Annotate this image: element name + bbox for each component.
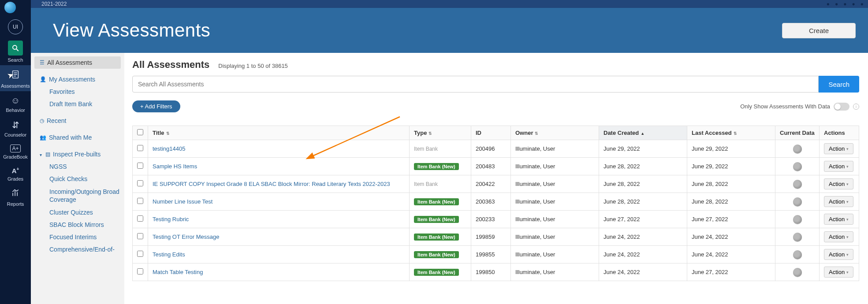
current-data-indicator[interactable] — [793, 268, 802, 277]
sidebar-inspect-child[interactable]: SBAC Block Mirrors — [34, 219, 121, 231]
cell-accessed: June 28, 2022 — [687, 193, 775, 211]
action-button[interactable]: Action▾ — [824, 214, 853, 225]
select-all-checkbox[interactable] — [137, 129, 143, 135]
sidebar-inspect-child[interactable]: Incoming/Outgoing Broad Coverage — [34, 185, 121, 206]
sidebar: ☰ All Assessments 👤 My Assessments Favor… — [31, 53, 124, 304]
nav-label: Counselor — [4, 132, 27, 137]
document-icon — [11, 70, 20, 82]
cell-owner: Illuminate, User — [511, 246, 599, 263]
sidebar-draft-item-bank[interactable]: Draft Item Bank — [34, 98, 121, 110]
action-button[interactable]: Action▾ — [824, 249, 853, 260]
assessment-link[interactable]: Testing Rubric — [153, 216, 189, 222]
sidebar-favorites[interactable]: Favorites — [34, 85, 121, 98]
assessment-link[interactable]: Match Table Testing — [153, 269, 203, 275]
grades-icon: A+ — [12, 167, 19, 174]
sidebar-my-assessments[interactable]: 👤 My Assessments — [34, 73, 121, 85]
current-data-indicator[interactable] — [793, 162, 802, 171]
col-last-accessed[interactable]: Last Accessed⇅ — [687, 126, 775, 140]
cell-owner: Illuminate, User — [511, 228, 599, 246]
page-title: View Assessments — [53, 20, 210, 41]
sidebar-inspect-child[interactable]: NGSS — [34, 160, 121, 173]
row-checkbox[interactable] — [137, 163, 143, 169]
bell-icon[interactable]: ● — [843, 1, 846, 7]
row-checkbox[interactable] — [137, 180, 143, 186]
sidebar-inspect-child[interactable]: Cluster Quizzes — [34, 206, 121, 219]
nav-label: Grades — [7, 176, 24, 182]
sidebar-inspect-prebuilts[interactable]: ▤ Inspect Pre-builts — [34, 148, 121, 160]
row-checkbox[interactable] — [137, 198, 143, 204]
sidebar-recent[interactable]: ◷ Recent — [34, 115, 121, 127]
action-button[interactable]: Action▾ — [824, 143, 853, 154]
sidebar-shared[interactable]: 👥 Shared with Me — [34, 131, 121, 144]
caret-down-icon: ▾ — [846, 147, 849, 151]
globe-icon[interactable]: ● — [827, 1, 830, 7]
cell-created: June 28, 2022 — [599, 158, 687, 175]
current-data-indicator[interactable] — [793, 233, 802, 241]
sidebar-inspect-child[interactable]: Quick Checks — [34, 173, 121, 185]
col-current-data[interactable]: Current Data — [775, 126, 820, 140]
sidebar-inspect-child[interactable]: Comprehensive/End-of- — [34, 243, 121, 256]
assessment-link[interactable]: IE SUPPORT COPY Inspect Grade 8 ELA SBAC… — [153, 181, 390, 187]
user-menu-icon[interactable]: ● — [861, 1, 864, 7]
sidebar-inspect-child[interactable]: Focused Interims — [34, 231, 121, 243]
action-button[interactable]: Action▾ — [824, 267, 853, 278]
cell-accessed: June 27, 2022 — [687, 263, 775, 281]
caret-down-icon: ▾ — [846, 235, 849, 239]
info-icon[interactable]: i — [853, 104, 859, 110]
nav-counselor[interactable]: ⇵ Counselor — [0, 115, 31, 140]
col-title[interactable]: Title⇅ — [148, 126, 410, 140]
sidebar-label: My Assessments — [49, 76, 95, 83]
sidebar-label: Shared with Me — [49, 134, 92, 141]
action-button[interactable]: Action▾ — [824, 231, 853, 242]
main-content: All Assessments Displaying 1 to 50 of 38… — [124, 53, 868, 304]
row-checkbox[interactable] — [137, 145, 143, 151]
col-owner[interactable]: Owner⇅ — [511, 126, 599, 140]
assessment-link[interactable]: Testing Edits — [153, 251, 185, 258]
current-data-indicator[interactable] — [793, 197, 802, 206]
col-type[interactable]: Type⇅ — [410, 126, 471, 140]
current-data-indicator[interactable] — [793, 180, 802, 189]
add-filters-button[interactable]: + Add Filters — [132, 100, 180, 112]
action-button[interactable]: Action▾ — [824, 196, 853, 207]
help-icon[interactable]: ● — [852, 1, 855, 7]
action-button[interactable]: Action▾ — [824, 178, 853, 189]
current-data-indicator[interactable] — [793, 145, 802, 153]
search-input[interactable] — [132, 76, 819, 93]
cell-accessed: June 29, 2022 — [687, 158, 775, 175]
assessment-link[interactable]: Testing OT Error Message — [153, 234, 219, 240]
action-button[interactable]: Action▾ — [824, 161, 853, 172]
nav-search[interactable]: Search — [0, 41, 31, 65]
table-row: IE SUPPORT COPY Inspect Grade 8 ELA SBAC… — [133, 175, 859, 193]
sidebar-all-assessments[interactable]: ☰ All Assessments — [34, 56, 121, 69]
current-data-indicator[interactable] — [793, 215, 802, 224]
nav-gradebook[interactable]: A+ GradeBook — [0, 140, 31, 162]
only-data-toggle[interactable] — [834, 103, 849, 111]
nav-rail: UI Search Assessments ➤ ☺ Behavior ⇵ Cou… — [0, 0, 31, 304]
sidebar-label: All Assessments — [47, 59, 92, 66]
result-count: Displaying 1 to 50 of 38615 — [218, 63, 288, 69]
row-checkbox[interactable] — [137, 215, 143, 222]
cell-accessed: June 27, 2022 — [687, 211, 775, 228]
table-row: Match Table TestingItem Bank (New)199850… — [133, 263, 859, 281]
nav-assessments[interactable]: Assessments ➤ — [0, 65, 31, 91]
avatar[interactable]: UI — [8, 19, 23, 34]
logo-icon[interactable] — [4, 2, 16, 13]
col-id[interactable]: ID — [471, 126, 511, 140]
assessment-link[interactable]: Number Line Issue Test — [153, 198, 212, 205]
row-checkbox[interactable] — [137, 233, 143, 239]
nav-reports[interactable]: Reports — [0, 184, 31, 209]
nav-grades[interactable]: A+ Grades — [0, 162, 31, 184]
assessment-link[interactable]: Sample HS Items — [153, 163, 197, 170]
row-checkbox[interactable] — [137, 251, 143, 257]
col-date-created[interactable]: Date Created▲ — [599, 126, 687, 140]
create-button[interactable]: Create — [782, 23, 856, 38]
nav-behavior[interactable]: ☺ Behavior — [0, 91, 31, 115]
caret-down-icon: ▾ — [846, 182, 849, 186]
type-text: Item Bank — [414, 146, 438, 152]
row-checkbox[interactable] — [137, 268, 143, 274]
search-button[interactable]: Search — [819, 76, 859, 93]
cell-created: June 24, 2022 — [599, 246, 687, 263]
current-data-indicator[interactable] — [793, 250, 802, 259]
nav-icon[interactable]: ● — [835, 1, 838, 7]
assessment-link[interactable]: testing14405 — [153, 145, 185, 152]
